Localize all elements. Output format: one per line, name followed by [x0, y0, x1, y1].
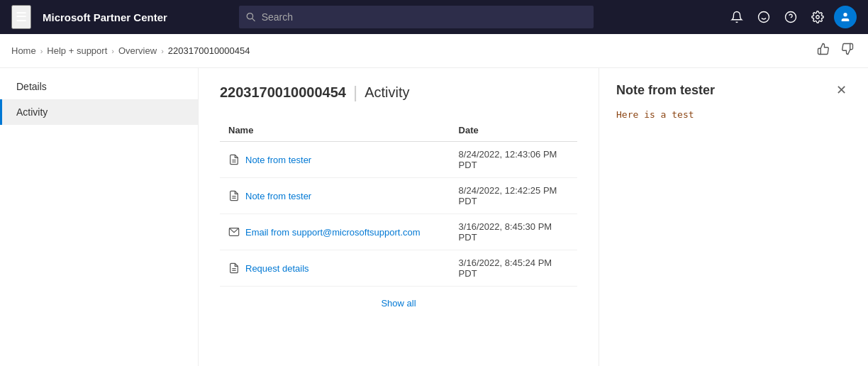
breadcrumb-actions	[814, 41, 857, 60]
breadcrumb-home[interactable]: Home	[11, 45, 36, 56]
thumbdown-button[interactable]	[838, 41, 857, 60]
note-panel-title: Note from tester	[616, 83, 715, 98]
search-input[interactable]	[262, 11, 587, 23]
svg-line-1	[252, 18, 255, 21]
breadcrumb-sep-3: ›	[161, 47, 164, 55]
sidebar-item-activity[interactable]: Activity	[0, 99, 198, 125]
sidebar: Details Activity	[0, 68, 199, 366]
activity-row-2-link[interactable]: Note from tester	[228, 190, 442, 201]
col-name: Name	[220, 119, 450, 142]
breadcrumb-help-support[interactable]: Help + support	[47, 45, 107, 56]
content-area: 2203170010000454 | Activity Name Date	[199, 68, 599, 366]
table-row: Email from support@microsoftsupport.com …	[220, 214, 577, 250]
table-row: Note from tester 8/24/2022, 12:43:06 PM …	[220, 142, 577, 178]
show-all-link[interactable]: Show all	[220, 298, 577, 309]
content-header: 2203170010000454 | Activity	[220, 82, 577, 102]
activity-row-2-date: 8/24/2022, 12:42:25 PM PDT	[450, 178, 577, 214]
breadcrumb-overview[interactable]: Overview	[118, 45, 157, 56]
topbar: ☰ Microsoft Partner Center	[0, 0, 868, 34]
svg-point-0	[247, 13, 253, 19]
settings-button[interactable]	[807, 8, 828, 26]
breadcrumb-sep-2: ›	[111, 47, 114, 55]
note-panel-header: Note from tester ✕	[616, 82, 851, 98]
thumbup-button[interactable]	[814, 41, 833, 60]
topbar-icons	[726, 6, 857, 28]
note-icon-2	[228, 190, 240, 201]
hamburger-icon[interactable]: ☰	[11, 5, 31, 29]
activity-row-3-link[interactable]: Email from support@microsoftsupport.com	[228, 226, 442, 238]
search-icon	[246, 12, 255, 22]
ticket-id-heading: 2203170010000454	[220, 84, 346, 101]
notification-bell-button[interactable]	[726, 8, 747, 26]
search-bar	[239, 6, 594, 28]
activity-row-4-link[interactable]: Request details	[228, 262, 442, 274]
breadcrumb: Home › Help + support › Overview › 22031…	[0, 34, 868, 68]
activity-row-1-date: 8/24/2022, 12:43:06 PM PDT	[450, 142, 577, 178]
header-divider: |	[353, 82, 357, 102]
svg-point-2	[759, 12, 769, 23]
page-title: Activity	[365, 84, 409, 101]
sidebar-item-details[interactable]: Details	[0, 74, 198, 99]
note-icon-3	[228, 262, 240, 274]
svg-point-5	[786, 12, 796, 23]
emoji-button[interactable]	[753, 8, 774, 26]
breadcrumb-ticket-id: 2203170010000454	[168, 45, 250, 56]
main-layout: Details Activity 2203170010000454 | Acti…	[0, 68, 868, 366]
email-icon-1	[228, 226, 240, 238]
activity-row-1-link[interactable]: Note from tester	[228, 154, 442, 165]
help-button[interactable]	[780, 8, 801, 26]
activity-table: Name Date	[220, 119, 577, 287]
breadcrumb-sep-1: ›	[40, 47, 43, 55]
note-icon-1	[228, 154, 240, 165]
user-avatar[interactable]	[834, 6, 857, 28]
activity-row-4-date: 3/16/2022, 8:45:24 PM PDT	[450, 250, 577, 287]
activity-row-3-date: 3/16/2022, 8:45:30 PM PDT	[450, 214, 577, 250]
note-close-button[interactable]: ✕	[832, 82, 851, 98]
table-row: Note from tester 8/24/2022, 12:42:25 PM …	[220, 178, 577, 214]
col-date: Date	[450, 119, 577, 142]
app-title: Microsoft Partner Center	[43, 11, 167, 23]
table-row: Request details 3/16/2022, 8:45:24 PM PD…	[220, 250, 577, 287]
note-content: Here is a test	[616, 109, 851, 120]
svg-point-7	[816, 16, 820, 19]
svg-point-8	[843, 13, 847, 16]
note-panel: Note from tester ✕ Here is a test	[599, 68, 868, 366]
